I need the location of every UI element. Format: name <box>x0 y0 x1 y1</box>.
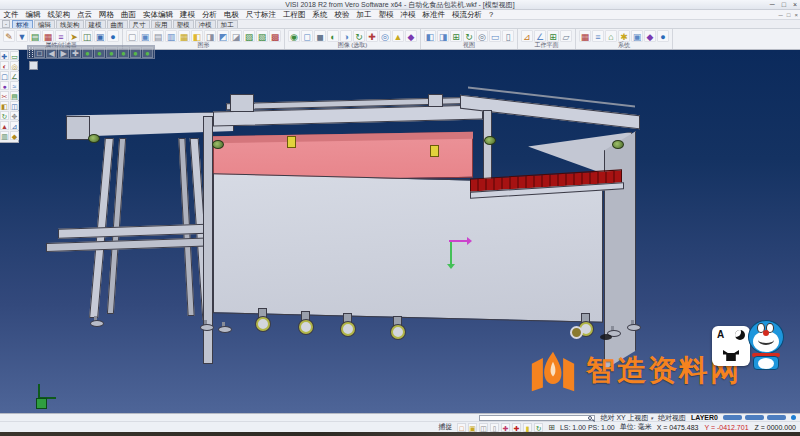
fit-globe-icon[interactable]: ● <box>142 47 153 58</box>
units-display[interactable]: 单位: 毫米 <box>620 422 652 432</box>
wireframe-icon[interactable]: ◻ <box>301 30 313 42</box>
workplane-icon[interactable]: ⊿ <box>521 30 533 42</box>
menu-item-?[interactable]: ? <box>486 10 497 19</box>
menu-item-网格[interactable]: 网格 <box>96 10 118 20</box>
print-icon[interactable]: ◪ <box>230 30 242 42</box>
dimension-tool-icon[interactable]: ▥ <box>0 131 9 140</box>
sketch-tool-icon[interactable]: ✚ <box>0 51 9 60</box>
refresh-view-icon[interactable]: ↻ <box>353 30 365 42</box>
delete-icon[interactable]: ▩ <box>269 30 281 42</box>
front-globe-icon[interactable]: ● <box>106 47 117 58</box>
toolbar-tab-应用[interactable]: 应用 <box>151 20 172 28</box>
snap-quadrant-icon[interactable]: ▮ <box>523 423 532 432</box>
window-restore-button[interactable]: □ <box>782 1 786 9</box>
side-globe-icon[interactable]: ● <box>118 47 129 58</box>
toolbar-tab-建模[interactable]: 建模 <box>85 20 106 28</box>
stand-rail-cap[interactable] <box>66 116 90 140</box>
menu-item-文件[interactable]: 文件 <box>0 10 22 20</box>
plane-angle-icon[interactable]: ∠ <box>534 30 546 42</box>
menu-item-塑模[interactable]: 塑模 <box>375 10 397 20</box>
toolbar-tab-编辑[interactable]: 编辑 <box>34 20 55 28</box>
plugin-icon[interactable]: ◆ <box>644 30 656 42</box>
layers-icon[interactable]: ▤ <box>29 30 41 42</box>
open-drawing-icon[interactable]: ▣ <box>139 30 151 42</box>
add-selection-icon[interactable]: ✚ <box>366 30 378 42</box>
plane-align-icon[interactable]: ▱ <box>560 30 572 42</box>
stand-brace[interactable] <box>46 237 222 252</box>
toolbar-tab-冲模[interactable]: 冲模 <box>195 20 216 28</box>
save-drawing-icon[interactable]: ▤ <box>152 30 164 42</box>
pan-view-icon[interactable]: ▯ <box>502 30 514 42</box>
options-icon[interactable]: ≡ <box>592 30 604 42</box>
target-icon[interactable]: ◎ <box>379 30 391 42</box>
trim-tool-icon[interactable]: ✂ <box>0 91 9 100</box>
window-close-button[interactable]: × <box>793 1 797 9</box>
line-style-icon[interactable]: ≡ <box>55 30 67 42</box>
toolbar-tab-塑模[interactable]: 塑模 <box>173 20 194 28</box>
rect-tool-icon[interactable]: ▢ <box>0 71 9 80</box>
color-palette-icon[interactable]: ▦ <box>42 30 54 42</box>
menu-item-实体编辑[interactable]: 实体编辑 <box>140 10 177 20</box>
caster-wheel[interactable] <box>298 311 314 337</box>
transparency-icon[interactable]: ◑ <box>340 30 352 42</box>
highlight-icon[interactable]: ▲ <box>392 30 404 42</box>
shade-mode-icon[interactable]: ◉ <box>288 30 300 42</box>
spline-tool-icon[interactable]: ≈ <box>10 81 19 90</box>
point-tool-icon[interactable]: ● <box>0 81 9 90</box>
iso-globe-icon[interactable]: ● <box>82 47 93 58</box>
export-icon[interactable]: ▦ <box>178 30 190 42</box>
front-view-icon[interactable]: ◨ <box>437 30 449 42</box>
snap-intersection-icon[interactable]: ✚ <box>501 423 510 432</box>
database-icon[interactable]: ▣ <box>631 30 643 42</box>
line-tool-icon[interactable]: ▭ <box>10 51 19 60</box>
menu-item-编辑[interactable]: 编辑 <box>22 10 44 20</box>
element-icon[interactable]: ◆ <box>405 30 417 42</box>
half-shade-icon[interactable]: ◐ <box>327 30 339 42</box>
menu-item-曲面[interactable]: 曲面 <box>118 10 140 20</box>
paste-icon[interactable]: ◩ <box>217 30 229 42</box>
offset-tool-icon[interactable]: ◧ <box>0 101 9 110</box>
drag-handle[interactable] <box>29 47 33 57</box>
mask-icon[interactable]: ◫ <box>81 30 93 42</box>
display-mode-icon[interactable]: □ <box>34 47 45 58</box>
copy-icon[interactable]: ◨ <box>204 30 216 42</box>
child-restore-button[interactable]: □ <box>787 11 791 19</box>
toolbar-tab-加工[interactable]: 加工 <box>217 20 238 28</box>
snap-midpoint-icon[interactable]: ◫ <box>479 423 488 432</box>
dynamic-pan-icon[interactable]: ✚ <box>70 47 81 58</box>
plane-grid-icon[interactable]: ⊞ <box>547 30 559 42</box>
snap-center-icon[interactable]: ✚ <box>512 423 521 432</box>
menu-item-加工[interactable]: 加工 <box>353 10 375 20</box>
layer-selector[interactable]: LAYER0 <box>691 414 718 421</box>
menu-item-电极[interactable]: 电极 <box>221 10 243 20</box>
view-ref-selector[interactable]: 绝对视图 <box>658 413 686 423</box>
cabinet-front[interactable] <box>213 173 603 323</box>
grid-icon[interactable]: ⊞ <box>548 423 555 432</box>
toolbar-tab-标准[interactable]: 标准 <box>12 20 33 28</box>
toolbar-tab-曲面[interactable]: 曲面 <box>107 20 128 28</box>
child-minimize-button[interactable]: ─ <box>779 11 783 19</box>
leveling-foot[interactable] <box>90 316 102 326</box>
zoom-fit-icon[interactable]: ▭ <box>489 30 501 42</box>
polyline-tool-icon[interactable]: ∠ <box>10 71 19 80</box>
child-close-button[interactable]: × <box>794 11 798 19</box>
toolbar-tab-线架构[interactable]: 线架构 <box>56 20 84 28</box>
properties-icon[interactable]: ✎ <box>3 30 15 42</box>
rotate-globe-icon[interactable]: ● <box>130 47 141 58</box>
insert-icon[interactable]: ▥ <box>165 30 177 42</box>
menu-item-点云[interactable]: 点云 <box>74 10 96 20</box>
leveling-foot[interactable] <box>627 320 639 330</box>
menu-item-校验[interactable]: 校验 <box>331 10 353 20</box>
scale-tool-icon[interactable]: ▲ <box>0 121 9 130</box>
group-icon[interactable]: ▣ <box>94 30 106 42</box>
menu-item-线架构[interactable]: 线架构 <box>44 10 74 20</box>
top-globe-icon[interactable]: ● <box>94 47 105 58</box>
home-icon[interactable]: ⌂ <box>605 30 617 42</box>
circle-tool-icon[interactable]: ◎ <box>10 61 19 70</box>
iso-view-icon[interactable]: ⊞ <box>450 30 462 42</box>
menu-item-冲模[interactable]: 冲模 <box>397 10 419 20</box>
mount-bracket[interactable] <box>230 94 254 112</box>
undo-icon[interactable]: ▨ <box>243 30 255 42</box>
view-extra-icon[interactable] <box>29 61 38 70</box>
filter-icon[interactable]: ▼ <box>16 30 28 42</box>
